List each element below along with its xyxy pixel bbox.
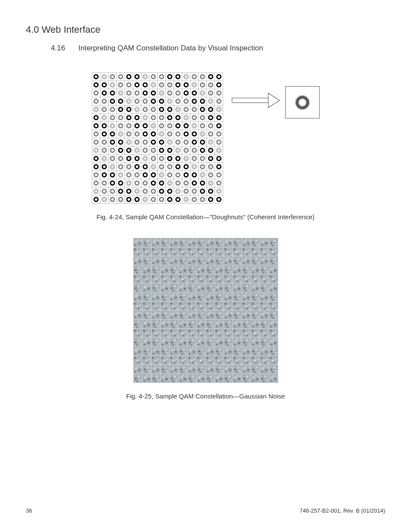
gaussian-cell: [143, 238, 152, 247]
gaussian-cell: [179, 274, 188, 283]
gaussian-cell: [206, 265, 215, 274]
gaussian-cell: [152, 338, 161, 347]
gaussian-cell: [269, 320, 278, 329]
gaussian-cell: [152, 311, 161, 320]
constellation-cell: [207, 122, 215, 130]
constellation-cell: [158, 179, 166, 187]
constellation-cell: [215, 196, 223, 204]
constellation-cell: [190, 106, 199, 114]
gaussian-cell: [197, 265, 206, 274]
doughnut-point: [159, 172, 164, 177]
gaussian-cell: [161, 283, 170, 292]
doughnut-point: [175, 164, 181, 169]
gaussian-cell: [134, 320, 143, 329]
doughnut-point: [167, 115, 172, 120]
constellation-cell: [133, 73, 141, 81]
constellation-cell: [182, 81, 190, 89]
constellation-cell: [109, 138, 117, 146]
constellation-cell: [158, 130, 166, 138]
constellation-cell: [133, 130, 141, 138]
doughnut-point: [93, 115, 99, 120]
doughnut-point: [184, 90, 189, 96]
gaussian-cell: [197, 238, 206, 247]
doughnut-point: [118, 172, 123, 177]
gaussian-cell: [143, 256, 152, 265]
doughnut-point: [126, 156, 131, 161]
document-id: 746-257-B2-001, Rev. B (01/2014): [300, 507, 386, 514]
gaussian-cell: [233, 302, 242, 311]
constellation-cell: [182, 155, 190, 163]
constellation-cell: [109, 73, 117, 81]
doughnut-point: [216, 156, 221, 161]
section-number: 4.16: [51, 44, 68, 53]
constellation-cell: [133, 106, 141, 114]
doughnut-point: [184, 164, 189, 169]
gaussian-cell: [134, 256, 143, 265]
gaussian-cell: [260, 302, 269, 311]
doughnut-point: [208, 131, 213, 137]
doughnut-point: [110, 156, 115, 161]
gaussian-cell: [197, 338, 206, 347]
doughnut-point: [159, 180, 164, 186]
constellation-cell: [174, 196, 182, 204]
gaussian-cell: [242, 283, 251, 292]
constellation-cell: [92, 122, 100, 130]
gaussian-cell: [143, 329, 152, 338]
gaussian-cell: [188, 311, 197, 320]
gaussian-cell: [134, 302, 143, 311]
constellation-cell: [166, 138, 174, 146]
section-title: Interpreting QAM Constellation Data by V…: [78, 44, 263, 53]
doughnut-point: [110, 140, 115, 145]
doughnut-point: [126, 123, 131, 128]
constellation-cell: [166, 146, 174, 155]
gaussian-cell: [188, 292, 197, 302]
doughnut-point: [184, 115, 189, 120]
figure-4-24-row: [92, 72, 320, 204]
gaussian-cell: [134, 265, 143, 274]
gaussian-cell: [134, 238, 143, 247]
constellation-cell: [125, 122, 133, 130]
gaussian-cell: [170, 338, 179, 347]
constellation-cell: [125, 97, 133, 106]
doughnut-point: [143, 131, 148, 137]
gaussian-cell: [206, 320, 215, 329]
gaussian-cell: [224, 311, 233, 320]
gaussian-cell: [152, 256, 161, 265]
doughnut-point: [134, 90, 140, 96]
constellation-cell: [92, 196, 100, 204]
constellation-cell: [149, 196, 158, 204]
constellation-cell: [215, 163, 223, 171]
gaussian-cell: [260, 347, 269, 356]
gaussian-cell: [152, 320, 161, 329]
constellation-cell: [125, 163, 133, 171]
gaussian-cell: [269, 347, 278, 356]
gaussian-cell: [179, 365, 188, 374]
gaussian-cell: [170, 256, 179, 265]
gaussian-cell: [188, 247, 197, 256]
doughnut-point: [126, 197, 131, 202]
gaussian-cell: [251, 365, 260, 374]
doughnut-point: [200, 164, 205, 169]
doughnut-point: [208, 99, 213, 104]
gaussian-cell: [269, 256, 278, 265]
doughnut-point: [93, 180, 99, 186]
doughnut-point: [118, 99, 123, 104]
constellation-cell: [166, 122, 174, 130]
doughnut-point: [159, 131, 164, 137]
constellation-cell: [141, 97, 149, 106]
doughnut-point: [118, 197, 123, 202]
doughnut-point: [151, 140, 156, 145]
constellation-cell: [182, 89, 190, 97]
gaussian-cell: [188, 274, 197, 283]
zoom-inset-box: [285, 86, 320, 118]
doughnut-point: [110, 123, 115, 128]
gaussian-cell: [179, 283, 188, 292]
constellation-cell: [199, 163, 207, 171]
doughnut-point: [110, 172, 115, 177]
constellation-cell: [100, 187, 109, 196]
doughnut-point: [118, 90, 123, 96]
constellation-cell: [141, 155, 149, 163]
doughnut-point: [102, 90, 107, 96]
doughnut-point: [118, 115, 123, 120]
constellation-cell: [199, 171, 207, 179]
